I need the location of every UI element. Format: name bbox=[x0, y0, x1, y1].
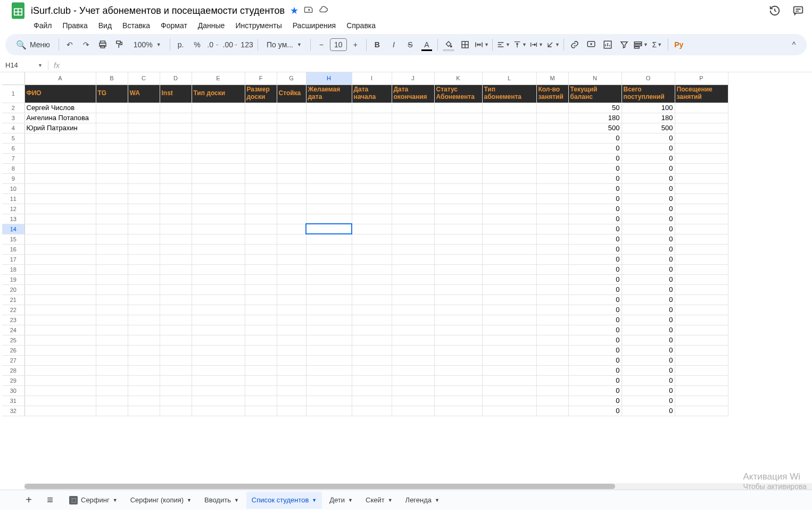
cell-I29[interactable] bbox=[352, 375, 392, 385]
cell-D4[interactable] bbox=[160, 123, 192, 133]
cell-P12[interactable] bbox=[675, 204, 728, 214]
cell-L4[interactable] bbox=[482, 123, 536, 133]
cell-M5[interactable] bbox=[536, 133, 568, 143]
cell-M10[interactable] bbox=[536, 183, 568, 194]
row-header-8[interactable]: 8 bbox=[2, 163, 24, 173]
menu-Инструменты[interactable]: Инструменты bbox=[230, 19, 286, 32]
cell-E22[interactable] bbox=[192, 305, 245, 315]
cell-F29[interactable] bbox=[245, 375, 277, 385]
cell-F8[interactable] bbox=[245, 163, 277, 173]
cell-K9[interactable] bbox=[434, 173, 482, 183]
cell-K1[interactable]: Статус Абонемента bbox=[434, 85, 482, 103]
cell-N20[interactable]: 0 bbox=[568, 284, 622, 295]
cell-H16[interactable] bbox=[306, 244, 352, 254]
cell-G13[interactable] bbox=[277, 214, 306, 224]
cell-J30[interactable] bbox=[392, 385, 434, 396]
cell-K3[interactable] bbox=[434, 113, 482, 123]
text-color-button[interactable]: A bbox=[419, 37, 434, 52]
cell-H13[interactable] bbox=[306, 214, 352, 224]
cell-I23[interactable] bbox=[352, 315, 392, 325]
cell-M3[interactable] bbox=[536, 113, 568, 123]
cell-O8[interactable]: 0 bbox=[622, 163, 675, 173]
cell-D15[interactable] bbox=[160, 234, 192, 244]
cell-O30[interactable]: 0 bbox=[622, 385, 675, 396]
column-header-J[interactable]: J bbox=[392, 72, 434, 85]
cell-K15[interactable] bbox=[434, 234, 482, 244]
cell-L20[interactable] bbox=[482, 284, 536, 295]
cell-H27[interactable] bbox=[306, 355, 352, 365]
cell-N19[interactable]: 0 bbox=[568, 274, 622, 284]
column-header-G[interactable]: G bbox=[277, 72, 306, 85]
cell-I22[interactable] bbox=[352, 305, 392, 315]
cell-G28[interactable] bbox=[277, 365, 306, 375]
cell-I24[interactable] bbox=[352, 325, 392, 335]
row-header-18[interactable]: 18 bbox=[2, 264, 24, 274]
column-header-L[interactable]: L bbox=[482, 72, 536, 85]
cell-G18[interactable] bbox=[277, 264, 306, 274]
cell-B22[interactable] bbox=[96, 305, 128, 315]
cell-M8[interactable] bbox=[536, 163, 568, 173]
cell-E21[interactable] bbox=[192, 295, 245, 305]
cell-G14[interactable] bbox=[277, 224, 306, 234]
cell-N23[interactable]: 0 bbox=[568, 315, 622, 325]
cell-E27[interactable] bbox=[192, 355, 245, 365]
cell-O19[interactable]: 0 bbox=[622, 274, 675, 284]
cell-C1[interactable]: WA bbox=[128, 85, 160, 103]
cell-A17[interactable] bbox=[24, 254, 96, 264]
currency-button[interactable]: р. bbox=[173, 37, 188, 52]
cell-M27[interactable] bbox=[536, 355, 568, 365]
cell-H14[interactable] bbox=[306, 224, 352, 234]
row-header-23[interactable]: 23 bbox=[2, 315, 24, 325]
cell-N1[interactable]: Текущий баланс bbox=[568, 85, 622, 103]
cell-N7[interactable]: 0 bbox=[568, 153, 622, 163]
cell-C23[interactable] bbox=[128, 315, 160, 325]
decrease-decimal-button[interactable]: .0 ← bbox=[206, 37, 221, 52]
cell-C21[interactable] bbox=[128, 295, 160, 305]
cell-F16[interactable] bbox=[245, 244, 277, 254]
cell-F25[interactable] bbox=[245, 335, 277, 345]
cell-K25[interactable] bbox=[434, 335, 482, 345]
cell-C10[interactable] bbox=[128, 183, 160, 194]
cell-E7[interactable] bbox=[192, 153, 245, 163]
cell-K2[interactable] bbox=[434, 103, 482, 113]
cell-K8[interactable] bbox=[434, 163, 482, 173]
cell-E16[interactable] bbox=[192, 244, 245, 254]
cell-G17[interactable] bbox=[277, 254, 306, 264]
cell-I25[interactable] bbox=[352, 335, 392, 345]
menu-Справка[interactable]: Справка bbox=[342, 19, 380, 32]
link-button[interactable] bbox=[567, 37, 582, 52]
cell-B12[interactable] bbox=[96, 204, 128, 214]
cell-A16[interactable] bbox=[24, 244, 96, 254]
cell-N25[interactable]: 0 bbox=[568, 335, 622, 345]
cell-I7[interactable] bbox=[352, 153, 392, 163]
column-header-C[interactable]: C bbox=[128, 72, 160, 85]
cell-N17[interactable]: 0 bbox=[568, 254, 622, 264]
row-header-24[interactable]: 24 bbox=[2, 325, 24, 335]
cell-F31[interactable] bbox=[245, 396, 277, 406]
cell-I17[interactable] bbox=[352, 254, 392, 264]
cell-H4[interactable] bbox=[306, 123, 352, 133]
cell-E30[interactable] bbox=[192, 385, 245, 396]
cell-E8[interactable] bbox=[192, 163, 245, 173]
cell-P11[interactable] bbox=[675, 194, 728, 204]
cell-A1[interactable]: ФИО bbox=[24, 85, 96, 103]
row-header-22[interactable]: 22 bbox=[2, 305, 24, 315]
cell-G11[interactable] bbox=[277, 194, 306, 204]
cell-H18[interactable] bbox=[306, 264, 352, 274]
cell-J20[interactable] bbox=[392, 284, 434, 295]
cell-I12[interactable] bbox=[352, 204, 392, 214]
cell-D16[interactable] bbox=[160, 244, 192, 254]
row-header-27[interactable]: 27 bbox=[2, 355, 24, 365]
cell-C3[interactable] bbox=[128, 113, 160, 123]
cell-L11[interactable] bbox=[482, 194, 536, 204]
cell-I10[interactable] bbox=[352, 183, 392, 194]
cell-F1[interactable]: Размер доски bbox=[245, 85, 277, 103]
insert-comment-button[interactable] bbox=[584, 37, 599, 52]
cell-O15[interactable]: 0 bbox=[622, 234, 675, 244]
cell-O11[interactable]: 0 bbox=[622, 194, 675, 204]
cell-M25[interactable] bbox=[536, 335, 568, 345]
cell-K11[interactable] bbox=[434, 194, 482, 204]
cell-P20[interactable] bbox=[675, 284, 728, 295]
column-header-M[interactable]: M bbox=[536, 72, 568, 85]
sheet-tab-Серфинг (копия)[interactable]: Серфинг (копия)▼ bbox=[125, 492, 197, 509]
